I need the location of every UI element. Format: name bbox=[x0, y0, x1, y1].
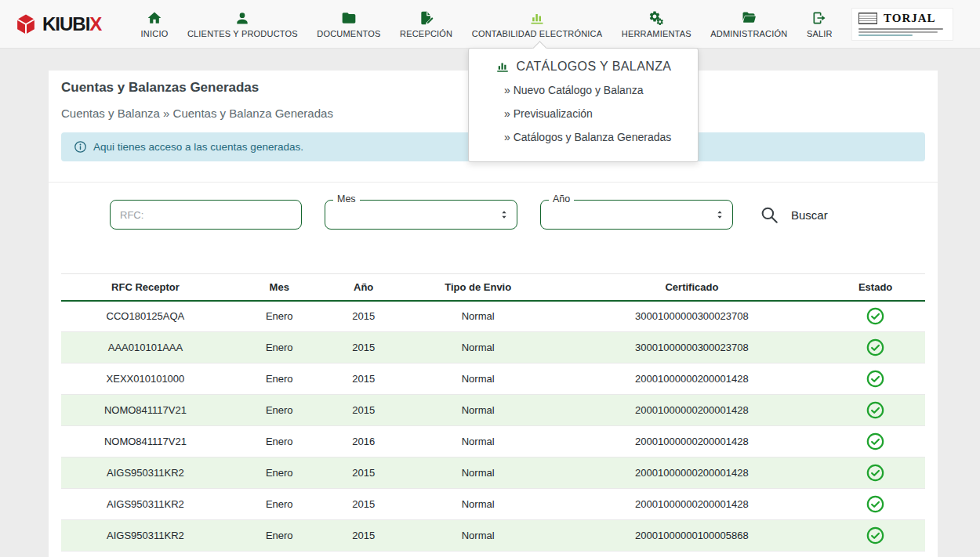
cell-mes: Enero bbox=[230, 395, 329, 426]
cell-tipo: Normal bbox=[398, 489, 558, 520]
status-ok-icon bbox=[866, 369, 885, 389]
torjal-logo: TORJAL bbox=[851, 8, 953, 41]
cell-mes: Enero bbox=[230, 332, 329, 363]
col-header-ano: Año bbox=[329, 274, 398, 301]
folder-open-icon bbox=[741, 10, 757, 26]
status-ok-icon bbox=[866, 432, 885, 451]
cell-certificado: 20001000000200001428 bbox=[558, 426, 826, 458]
cell-rfc: CCO180125AQA bbox=[61, 301, 230, 332]
cell-estado bbox=[826, 301, 925, 332]
cell-mes: Enero bbox=[230, 458, 329, 489]
bar-chart-icon bbox=[495, 60, 510, 74]
brand-name: KIUBIX bbox=[42, 13, 101, 35]
kiubix-logo[interactable]: KIUBIX bbox=[14, 13, 101, 36]
nav-item[interactable]: CONTABILIDAD ELECTRÓNICA bbox=[470, 7, 604, 42]
table-header-row: RFC Receptor Mes Año Tipo de Envio Certi… bbox=[61, 274, 925, 301]
status-ok-icon bbox=[866, 494, 885, 514]
dropdown-items: » Nuevo Catálogo y Balanza » Previsualiz… bbox=[469, 78, 698, 149]
ano-select[interactable]: Año bbox=[540, 200, 733, 230]
logout-icon bbox=[811, 10, 827, 26]
nav-item[interactable]: RECEPCIÓN bbox=[398, 7, 454, 42]
home-icon bbox=[147, 10, 162, 26]
cell-rfc: AIGS950311KR2 bbox=[61, 489, 230, 520]
nav-item-label: HERRAMIENTAS bbox=[622, 29, 691, 38]
cell-estado bbox=[826, 520, 925, 552]
cell-mes: Enero bbox=[230, 489, 329, 520]
mes-select-label: Mes bbox=[333, 194, 360, 204]
cell-estado bbox=[826, 363, 925, 395]
kiubix-cube-icon bbox=[14, 13, 38, 36]
cell-certificado: 20001000000200001428 bbox=[558, 363, 826, 395]
status-ok-icon bbox=[866, 338, 885, 357]
ano-select-label: Año bbox=[549, 194, 574, 204]
cell-ano: 2015 bbox=[329, 363, 398, 395]
table-row: NOMO841117V21 Enero 2016 Normal 20001000… bbox=[61, 426, 925, 458]
col-header-mes: Mes bbox=[230, 274, 329, 301]
cell-estado bbox=[826, 426, 925, 458]
nav-item[interactable]: DOCUMENTOS bbox=[315, 7, 382, 42]
table-row: AAA010101AAA Enero 2015 Normal 300010000… bbox=[61, 332, 925, 363]
cell-ano: 2015 bbox=[329, 489, 398, 520]
col-header-tipo: Tipo de Envio bbox=[398, 274, 558, 301]
top-navbar: KIUBIX INICIO CLIENTES Y PRODUCTOS DOCUM… bbox=[0, 0, 980, 49]
cell-certificado: 20001000000100005868 bbox=[558, 520, 826, 552]
stepper-icon bbox=[714, 208, 725, 221]
cell-rfc: NOMO841117V21 bbox=[61, 426, 230, 458]
cell-estado bbox=[826, 395, 925, 426]
status-ok-icon bbox=[866, 306, 885, 326]
search-button[interactable]: Buscar bbox=[759, 204, 828, 225]
info-icon bbox=[74, 140, 87, 154]
mes-select[interactable]: Mes bbox=[325, 200, 517, 230]
nav-item-label: INICIO bbox=[141, 29, 169, 38]
nav-item[interactable]: SALIR bbox=[805, 7, 834, 42]
status-ok-icon bbox=[866, 526, 885, 545]
contabilidad-dropdown-menu: CATÁLOGOS Y BALANZA » Nuevo Catálogo y B… bbox=[468, 48, 699, 162]
cell-certificado: 30001000000300023708 bbox=[558, 301, 826, 332]
cell-tipo: Normal bbox=[398, 363, 558, 395]
nav-item[interactable]: INICIO bbox=[140, 7, 170, 42]
search-icon bbox=[759, 204, 779, 225]
rfc-input[interactable] bbox=[110, 200, 302, 230]
cell-tipo: Normal bbox=[398, 426, 558, 458]
status-ok-icon bbox=[866, 463, 885, 483]
nav-item[interactable]: CLIENTES Y PRODUCTOS bbox=[186, 7, 299, 42]
cell-mes: Enero bbox=[230, 363, 329, 395]
filter-bar: Mes Año Buscar bbox=[49, 182, 938, 248]
bar-chart-icon bbox=[529, 10, 545, 26]
torjal-name: TORJAL bbox=[884, 12, 946, 25]
dropdown-title: CATÁLOGOS Y BALANZA bbox=[469, 60, 698, 78]
torjal-address-text bbox=[858, 27, 946, 36]
search-button-label: Buscar bbox=[791, 208, 828, 222]
table-row: XEXX010101000 Enero 2015 Normal 20001000… bbox=[61, 363, 925, 395]
table-row: AIGS950311KR2 Enero 2015 Normal 20001000… bbox=[61, 520, 925, 552]
table-row: AIGS950311KR2 Enero 2015 Normal 20001000… bbox=[61, 458, 925, 489]
status-ok-icon bbox=[866, 400, 885, 420]
cell-tipo: Normal bbox=[398, 301, 558, 332]
cell-estado bbox=[826, 489, 925, 520]
nav-item[interactable]: ADMINISTRACIÓN bbox=[709, 7, 789, 42]
nav-item-label: DOCUMENTOS bbox=[317, 29, 380, 38]
cell-rfc: NOMO841117V21 bbox=[61, 395, 230, 426]
cell-rfc: AIGS950311KR2 bbox=[61, 458, 230, 489]
cell-certificado: 20001000000200001428 bbox=[558, 395, 826, 426]
cell-rfc: AIGS950311KR2 bbox=[61, 520, 230, 552]
cell-ano: 2015 bbox=[329, 301, 398, 332]
cell-tipo: Normal bbox=[398, 332, 558, 363]
results-table: RFC Receptor Mes Año Tipo de Envio Certi… bbox=[61, 273, 925, 552]
col-header-certificado: Certificado bbox=[558, 274, 826, 301]
folder-icon bbox=[341, 10, 357, 26]
cell-mes: Enero bbox=[230, 520, 329, 552]
cell-ano: 2015 bbox=[329, 458, 398, 489]
reception-document-icon bbox=[419, 10, 434, 26]
nav-item-label: CONTABILIDAD ELECTRÓNICA bbox=[472, 29, 603, 38]
dropdown-menu-item[interactable]: » Nuevo Catálogo y Balanza bbox=[469, 78, 698, 102]
cell-mes: Enero bbox=[230, 426, 329, 458]
dropdown-menu-item[interactable]: » Catálogos y Balanza Generadas bbox=[469, 125, 698, 149]
nav-item-label: SALIR bbox=[807, 29, 833, 38]
cell-rfc: XEXX010101000 bbox=[61, 363, 230, 395]
table-row: AIGS950311KR2 Enero 2015 Normal 20001000… bbox=[61, 489, 925, 520]
cell-estado bbox=[826, 458, 925, 489]
dropdown-menu-item[interactable]: » Previsualización bbox=[469, 102, 698, 125]
cell-tipo: Normal bbox=[398, 520, 558, 552]
nav-item[interactable]: HERRAMIENTAS bbox=[620, 7, 693, 42]
